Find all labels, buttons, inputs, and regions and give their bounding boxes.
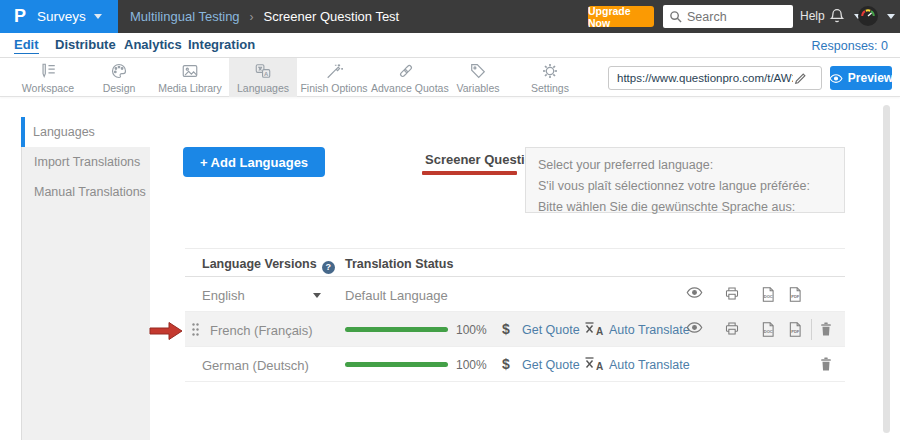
toolbar-item-advance-quotas[interactable]: Advance Quotas <box>371 58 441 97</box>
app-window: P Surveys Multilingual Testing › Screene… <box>0 0 900 440</box>
translation-progress-value: 100% <box>456 323 487 337</box>
toolbar-label: Design <box>84 82 154 94</box>
view-icon[interactable] <box>686 321 703 334</box>
column-translation-status: Translation Status <box>345 257 453 271</box>
edit-toolbar: Workspace Design Media Library <box>0 58 900 97</box>
palette-icon <box>109 62 129 80</box>
avatar <box>857 5 879 27</box>
workspace-icon <box>38 62 58 80</box>
sidebar-item-languages[interactable]: Languages <box>21 117 151 147</box>
breadcrumb-current: Screener Question Test <box>264 9 400 24</box>
toolbar-label: Settings <box>515 82 585 94</box>
preview-button[interactable]: Preview <box>830 66 892 90</box>
chain-link-icon <box>396 62 416 80</box>
tab-integration[interactable]: Integration <box>188 37 255 52</box>
account-menu[interactable] <box>857 5 895 27</box>
dollar-icon[interactable]: $ <box>502 356 510 372</box>
toolbar-item-settings[interactable]: Settings <box>515 58 585 97</box>
dollar-icon[interactable]: $ <box>502 321 510 337</box>
svg-text:A: A <box>596 361 603 372</box>
magic-wand-icon <box>324 62 344 80</box>
chevron-down-icon <box>94 14 102 19</box>
delete-icon[interactable] <box>819 321 833 337</box>
language-dropdown-caret[interactable] <box>313 293 321 298</box>
toolbar-label: Advance Quotas <box>371 82 441 94</box>
toolbar-item-media-library[interactable]: Media Library <box>155 58 225 97</box>
add-languages-button[interactable]: + Add Languages <box>183 147 325 177</box>
print-icon[interactable] <box>724 321 740 336</box>
toolbar-label: Variables <box>443 82 513 94</box>
table-header-row: Language Versions? Translation Status <box>185 248 845 277</box>
help-link[interactable]: Help <box>800 9 825 23</box>
responses-count[interactable]: Responses: 0 <box>812 39 888 53</box>
export-doc-icon[interactable]: DOC <box>760 286 776 303</box>
toolbar-item-languages[interactable]: A Languages <box>229 58 297 97</box>
product-switcher[interactable]: P Surveys <box>0 0 118 33</box>
tab-distribute[interactable]: Distribute <box>55 37 116 52</box>
breadcrumb: Multilingual Testing › Screener Question… <box>130 0 399 33</box>
export-pdf-icon[interactable]: PDF <box>787 286 803 303</box>
sidebar-item-manual-translations[interactable]: Manual Translations <box>22 177 151 207</box>
search-box[interactable] <box>663 5 793 28</box>
top-bar: P Surveys Multilingual Testing › Screene… <box>0 0 900 33</box>
toolbar-item-finish-options[interactable]: Finish Options <box>299 58 369 97</box>
chevron-down-icon <box>887 14 895 19</box>
language-name: English <box>202 288 245 303</box>
survey-nav: Edit Distribute Analytics Integration Re… <box>0 33 900 58</box>
svg-text:PDF: PDF <box>791 329 800 334</box>
translation-progress-bar <box>345 362 448 367</box>
print-icon[interactable] <box>724 286 740 301</box>
scrollbar-thumb[interactable] <box>883 105 890 433</box>
svg-text:A: A <box>596 326 603 337</box>
table-row-german: German (Deutsch) 100% $ Get Quote A Auto… <box>185 347 845 382</box>
screener-question-preview: Select your preferred language: S'il vou… <box>525 147 845 213</box>
get-quote-link[interactable]: Get Quote <box>522 323 580 337</box>
screener-line-german: Bitte wählen Sie die gewünschte Sprache … <box>538 199 832 215</box>
languages-sidebar: Languages Import Translations Manual Tra… <box>21 117 150 440</box>
view-icon[interactable] <box>686 286 703 299</box>
questionpro-logo-icon: P <box>14 6 26 27</box>
eye-icon <box>829 73 843 84</box>
toolbar-label: Workspace <box>13 82 83 94</box>
delete-icon[interactable] <box>819 356 833 372</box>
sidebar-item-import-translations[interactable]: Import Translations <box>22 147 151 177</box>
default-language-label: Default Language <box>345 288 448 303</box>
language-versions-table: Language Versions? Translation Status En… <box>185 248 845 382</box>
translate-icon: A <box>253 62 273 80</box>
export-pdf-icon[interactable]: PDF <box>787 321 803 338</box>
tab-edit[interactable]: Edit <box>14 37 39 54</box>
svg-text:PDF: PDF <box>791 294 800 299</box>
toolbar-label: Languages <box>229 82 297 94</box>
toolbar-item-design[interactable]: Design <box>84 58 154 97</box>
auto-translate-link[interactable]: Auto Translate <box>609 358 690 372</box>
auto-translate-icon[interactable]: A <box>583 320 605 338</box>
image-icon <box>180 62 200 80</box>
edit-pencil-icon[interactable] <box>793 71 808 86</box>
toolbar-label: Media Library <box>155 82 225 94</box>
svg-text:DOC: DOC <box>764 329 773 334</box>
breadcrumb-separator: › <box>250 10 254 24</box>
search-input[interactable] <box>687 10 787 24</box>
preview-label: Preview <box>848 71 893 85</box>
auto-translate-icon[interactable]: A <box>583 355 605 373</box>
table-row-french: French (Français) 100% $ Get Quote A Aut… <box>185 312 845 347</box>
get-quote-link[interactable]: Get Quote <box>522 358 580 372</box>
toolbar-item-variables[interactable]: Variables <box>443 58 513 97</box>
upgrade-now-button[interactable]: Upgrade Now <box>588 6 654 27</box>
drag-handle-icon[interactable] <box>191 322 200 337</box>
translation-progress-value: 100% <box>456 358 487 372</box>
table-row-english: English Default Language DOC <box>185 277 845 312</box>
translation-progress-bar <box>345 327 448 332</box>
help-question-icon[interactable]: ? <box>322 261 335 274</box>
toolbar-item-workspace[interactable]: Workspace <box>13 58 83 97</box>
auto-translate-link[interactable]: Auto Translate <box>609 323 690 337</box>
search-icon <box>669 10 682 23</box>
tab-analytics[interactable]: Analytics <box>124 37 182 52</box>
breadcrumb-parent[interactable]: Multilingual Testing <box>130 9 240 24</box>
tag-icon <box>468 62 488 80</box>
export-doc-icon[interactable]: DOC <box>760 321 776 338</box>
survey-url-input[interactable] <box>609 72 793 84</box>
red-arrow-annotation <box>149 320 184 342</box>
column-language-versions: Language Versions? <box>202 257 335 274</box>
gear-icon <box>540 62 560 80</box>
